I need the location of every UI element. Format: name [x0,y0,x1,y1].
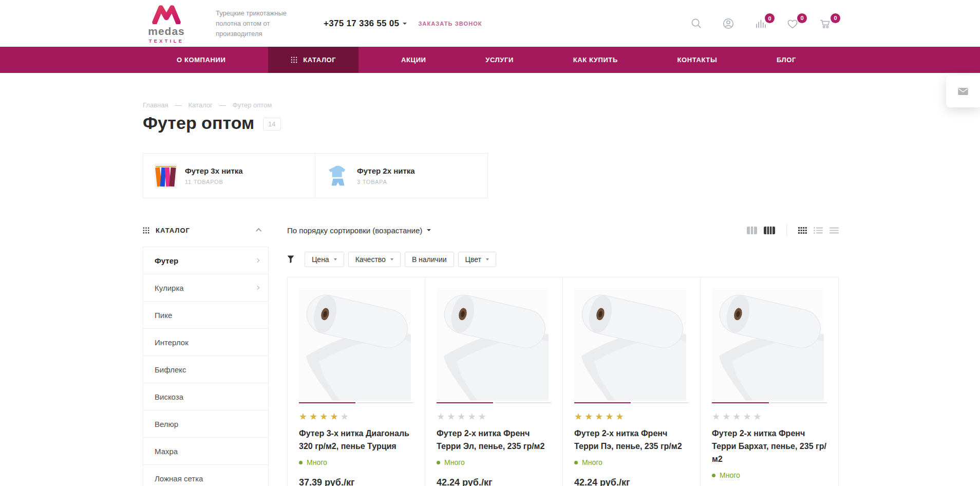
image-slider-indicator [574,402,689,403]
product-title[interactable]: Футер 3-х нитка Диагональ 320 гр/м2, пен… [299,427,413,453]
sidebar-collapse-icon[interactable] [256,228,261,234]
product-title[interactable]: Футер 2-х нитка Френч Терри Пэ, пенье, 2… [574,427,689,453]
product-title[interactable]: Футер 2-х нитка Френч Терри Бархат, пень… [712,427,827,465]
header-icons: 0 0 0 [690,17,837,30]
product-image[interactable] [712,288,827,401]
product-card[interactable]: Футер 3-х нитка Диагональ 320 гр/м2, пен… [288,277,425,486]
product-image[interactable] [437,288,551,401]
stock-dot-icon [712,474,715,477]
filter-quality-button[interactable]: Качество [348,252,401,267]
nav-item-services[interactable]: УСЛУГИ [468,47,531,73]
stock-dot-icon [437,461,440,464]
page-title: Футер оптом [143,114,254,132]
site-header: medas TEXTILE Турецкие трикотажные полот… [0,0,980,47]
sort-dropdown[interactable]: По порядку сортировки (возрастание) [287,226,431,235]
logo-m-icon [150,4,182,24]
listing-toolbar: По порядку сортировки (возрастание) [287,225,839,235]
view-columns-3-button[interactable] [747,227,757,234]
sidebar-grid-icon [143,227,149,234]
nav-item-label: КАТАЛОГ [303,56,336,64]
search-icon [690,17,702,29]
wishlist-count-badge: 0 [797,13,807,23]
email-icon [956,85,970,98]
sidebar-item-bifleks[interactable]: Бифлекс [143,356,268,383]
availability-status: Много [299,458,413,466]
callback-link[interactable]: ЗАКАЗАТЬ ЗВОНОК [418,21,482,27]
availability-status: Много [574,458,689,466]
breadcrumb-home[interactable]: Главная [143,101,168,109]
logo-name: medas [148,25,185,38]
filter-in-stock-button[interactable]: В наличии [405,252,454,267]
chevron-down-icon [390,258,393,260]
account-button[interactable] [722,17,740,30]
image-slider-indicator [712,402,827,403]
breadcrumb-separator: — [175,101,181,109]
main-nav: О КОМПАНИИ КАТАЛОГ АКЦИИ УСЛУГИ КАК КУПИ… [0,47,980,73]
filter-color-button[interactable]: Цвет [458,252,496,267]
product-card[interactable]: Футер 2-х нитка Френч Терри Пэ, пенье, 2… [563,277,701,486]
view-list-button[interactable] [814,227,823,234]
site-logo[interactable]: medas TEXTILE [143,4,190,44]
cart-button[interactable]: 0 [819,17,837,30]
nav-item-catalog[interactable]: КАТАЛОГ [268,47,359,73]
nav-item-about[interactable]: О КОМПАНИИ [160,47,242,73]
breadcrumb-catalog[interactable]: Каталог [188,101,212,109]
view-compact-button[interactable] [830,227,839,234]
submenu-arrow-icon [255,286,259,290]
product-image[interactable] [574,288,689,401]
catalog-grid-icon [291,57,297,63]
rating-stars [437,412,551,421]
compare-count-badge: 0 [765,13,775,23]
search-button[interactable] [690,17,707,29]
phone-selector[interactable]: +375 17 336 55 05 [324,18,407,29]
catalog-sidebar: КАТАЛОГ Футер Кулирка Пике Интерлок [143,225,269,486]
nav-item-how-to-buy[interactable]: КАК КУПИТЬ [556,47,635,73]
nav-item-promo[interactable]: АКЦИИ [384,47,443,73]
rating-stars [574,412,689,421]
product-price: 42.24 руб./кг [574,477,689,486]
product-title[interactable]: Футер 2-х нитка Френч Терри Эл, пенье, 2… [437,427,551,453]
sidebar-item-velyur[interactable]: Велюр [143,410,268,438]
stock-dot-icon [574,461,578,464]
sidebar-item-futer[interactable]: Футер [143,247,268,274]
toolbar-divider [786,224,787,236]
subcategory-card-futer-2[interactable]: Футер 2х нитка 3 ТОВАРА [315,153,488,198]
product-card[interactable]: Футер 2-х нитка Френч Терри Эл, пенье, 2… [425,277,563,486]
sort-label: По порядку сортировки (возрастание) [287,226,422,235]
subcategory-cards: Футер 3х нитка 11 ТОВАРОВ Футер 2х нитка… [143,153,488,198]
subcategory-thumb-clothes [327,163,349,188]
product-image[interactable] [299,288,413,401]
breadcrumb-current: Футер оптом [233,101,272,109]
compare-button[interactable]: 0 [755,17,771,29]
view-grid-button[interactable] [798,227,807,234]
filter-icon[interactable] [287,255,294,264]
nav-item-contacts[interactable]: КОНТАКТЫ [661,47,734,73]
subcategory-count: 3 ТОВАРА [357,179,415,185]
wishlist-button[interactable]: 0 [786,17,804,30]
sidebar-item-kulirka[interactable]: Кулирка [143,274,268,302]
subcategory-title: Футер 2х нитка [357,166,415,175]
filter-bar: Цена Качество В наличии Цвет [287,252,839,267]
product-price: 42.24 руб./кг [437,477,551,486]
view-columns-4-button[interactable] [764,227,775,234]
nav-item-blog[interactable]: БЛОГ [760,47,813,73]
image-slider-indicator [437,402,551,403]
subcategory-card-futer-3[interactable]: Футер 3х нитка 11 ТОВАРОВ [143,153,315,198]
sidebar-item-pike[interactable]: Пике [143,302,268,329]
email-float-button[interactable] [946,76,980,107]
sidebar-item-interlok[interactable]: Интерлок [143,329,268,356]
sidebar-item-mahra[interactable]: Махра [143,438,268,465]
sidebar-item-lozhnaya-setka[interactable]: Ложная сетка [143,465,268,486]
sidebar-item-viskoza[interactable]: Вискоза [143,383,268,410]
phone-number[interactable]: +375 17 336 55 05 [324,18,399,29]
breadcrumb-separator: — [219,101,226,109]
product-grid: Футер 3-х нитка Диагональ 320 гр/м2, пен… [287,277,839,486]
account-icon [722,17,734,30]
product-card[interactable]: Футер 2-х нитка Френч Терри Бархат, пень… [701,277,838,486]
product-price: 37.39 руб./кг [299,477,413,486]
subcategory-count: 11 ТОВАРОВ [185,179,243,185]
breadcrumb: Главная — Каталог — Футер оптом [143,101,837,109]
filter-price-button[interactable]: Цена [305,252,344,267]
header-tagline: Турецкие трикотажные полотна оптом от пр… [216,8,287,39]
phone-caret-icon [403,23,407,25]
